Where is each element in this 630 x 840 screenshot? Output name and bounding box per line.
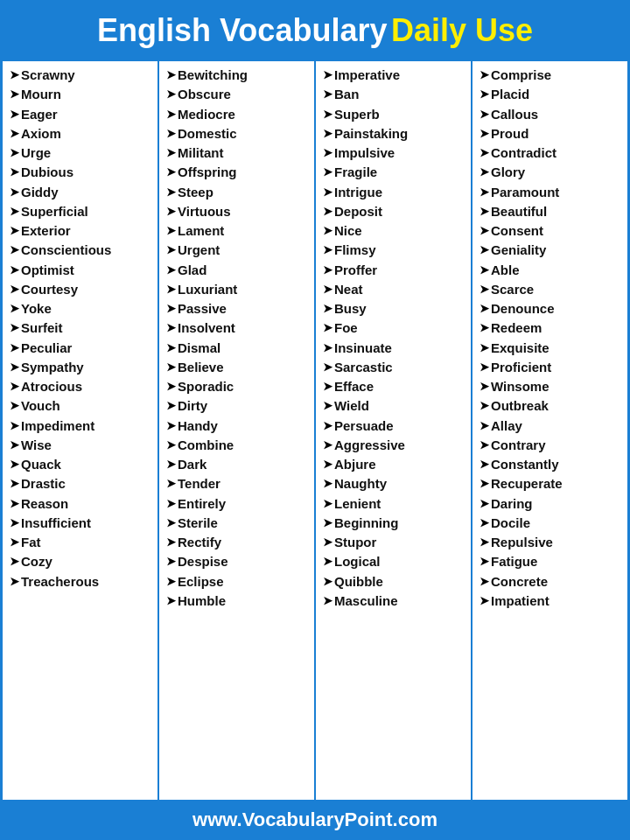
word-text: Allay	[491, 417, 522, 435]
arrow-icon: ➤	[480, 223, 489, 239]
list-item: ➤Callous	[480, 106, 624, 123]
arrow-icon: ➤	[480, 282, 489, 298]
list-item: ➤Optimist	[10, 262, 154, 279]
arrow-icon: ➤	[323, 223, 332, 239]
word-text: Docile	[491, 514, 530, 532]
arrow-icon: ➤	[480, 340, 489, 356]
word-text: Vouch	[21, 397, 60, 415]
list-item: ➤Recuperate	[480, 475, 624, 493]
arrow-icon: ➤	[323, 476, 332, 492]
list-item: ➤Intrigue	[323, 184, 467, 201]
arrow-icon: ➤	[480, 185, 489, 200]
arrow-icon: ➤	[166, 438, 176, 453]
word-text: Impediment	[21, 417, 94, 435]
list-item: ➤Urgent	[166, 242, 311, 259]
arrow-icon: ➤	[323, 554, 332, 570]
arrow-icon: ➤	[10, 145, 19, 161]
list-item: ➤Aggressive	[323, 437, 467, 454]
list-item: ➤Militant	[166, 144, 311, 162]
arrow-icon: ➤	[166, 496, 176, 512]
arrow-icon: ➤	[166, 379, 176, 395]
column-1: ➤Bewitching➤Obscure➤Mediocre➤Domestic➤Mi…	[159, 61, 316, 800]
list-item: ➤Insolvent	[166, 319, 311, 337]
word-text: Sporadic	[178, 378, 234, 396]
list-item: ➤Paramount	[480, 184, 624, 201]
arrow-icon: ➤	[166, 593, 176, 609]
word-text: Glory	[491, 164, 525, 181]
arrow-icon: ➤	[10, 379, 19, 395]
word-text: Aggressive	[334, 437, 405, 454]
arrow-icon: ➤	[480, 301, 489, 317]
word-text: Redeem	[491, 319, 542, 337]
word-text: Scrawny	[21, 66, 75, 84]
list-item: ➤Passive	[166, 300, 311, 318]
word-text: Lament	[178, 222, 224, 240]
word-text: Passive	[178, 300, 227, 318]
word-text: Handy	[178, 417, 218, 435]
word-text: Ban	[334, 86, 359, 103]
list-item: ➤Eclipse	[166, 573, 311, 591]
list-item: ➤Glory	[480, 164, 624, 181]
word-text: Abjure	[334, 456, 376, 473]
arrow-icon: ➤	[323, 360, 332, 375]
list-item: ➤Courtesy	[10, 281, 154, 298]
word-text: Glad	[178, 262, 206, 279]
columns-area: ➤Scrawny➤Mourn➤Eager➤Axiom➤Urge➤Dubious➤…	[0, 61, 630, 800]
word-text: Rectify	[178, 534, 221, 551]
list-item: ➤Fragile	[323, 164, 467, 181]
arrow-icon: ➤	[323, 282, 332, 298]
word-text: Eager	[21, 106, 58, 123]
list-item: ➤Proud	[480, 125, 624, 143]
arrow-icon: ➤	[10, 204, 19, 220]
list-item: ➤Busy	[323, 300, 467, 318]
list-item: ➤Yoke	[10, 300, 154, 318]
word-text: Entirely	[178, 495, 226, 513]
list-item: ➤Sterile	[166, 514, 311, 532]
word-text: Insufficient	[21, 514, 91, 532]
arrow-icon: ➤	[10, 476, 19, 492]
arrow-icon: ➤	[480, 496, 489, 512]
list-item: ➤Scrawny	[10, 66, 154, 84]
word-text: Logical	[334, 553, 381, 570]
arrow-icon: ➤	[10, 496, 19, 512]
arrow-icon: ➤	[480, 320, 489, 336]
list-item: ➤Deposit	[323, 203, 467, 220]
word-text: Conscientious	[21, 242, 111, 259]
word-text: Luxuriant	[178, 281, 237, 298]
arrow-icon: ➤	[323, 574, 332, 590]
arrow-icon: ➤	[480, 457, 489, 472]
arrow-icon: ➤	[10, 107, 19, 122]
arrow-icon: ➤	[480, 574, 489, 590]
list-item: ➤Glad	[166, 262, 311, 279]
arrow-icon: ➤	[323, 438, 332, 453]
list-item: ➤Painstaking	[323, 125, 467, 143]
arrow-icon: ➤	[323, 67, 332, 83]
word-text: Giddy	[21, 184, 59, 201]
list-item: ➤Lament	[166, 222, 311, 240]
arrow-icon: ➤	[10, 515, 19, 531]
word-text: Surfeit	[21, 319, 63, 337]
arrow-icon: ➤	[166, 535, 176, 550]
word-text: Foe	[334, 319, 358, 337]
list-item: ➤Steep	[166, 184, 311, 201]
column-0: ➤Scrawny➤Mourn➤Eager➤Axiom➤Urge➤Dubious➤…	[3, 61, 159, 800]
list-item: ➤Contradict	[480, 144, 624, 162]
list-item: ➤Superb	[323, 106, 467, 123]
list-item: ➤Dismal	[166, 340, 311, 357]
list-item: ➤Fatigue	[480, 553, 624, 570]
arrow-icon: ➤	[480, 145, 489, 161]
list-item: ➤Domestic	[166, 125, 311, 143]
word-text: Domestic	[178, 125, 237, 143]
list-item: ➤Impulsive	[323, 144, 467, 162]
arrow-icon: ➤	[166, 87, 176, 102]
list-item: ➤Dark	[166, 456, 311, 473]
list-item: ➤Handy	[166, 417, 311, 435]
arrow-icon: ➤	[10, 438, 19, 453]
word-text: Recuperate	[491, 475, 563, 493]
arrow-icon: ➤	[480, 398, 489, 414]
arrow-icon: ➤	[10, 185, 19, 200]
arrow-icon: ➤	[10, 301, 19, 317]
list-item: ➤Impediment	[10, 417, 154, 435]
word-text: Outbreak	[491, 397, 549, 415]
list-item: ➤Efface	[323, 378, 467, 396]
